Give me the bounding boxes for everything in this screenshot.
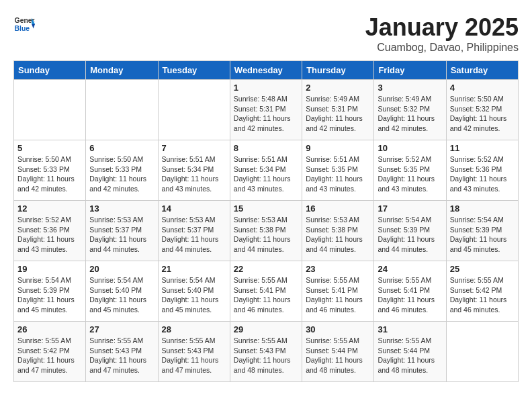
calendar-cell: 15Sunrise: 5:53 AM Sunset: 5:38 PM Dayli… xyxy=(230,201,302,261)
calendar-cell: 3Sunrise: 5:49 AM Sunset: 5:32 PM Daylig… xyxy=(374,80,446,140)
day-number: 5 xyxy=(17,143,82,153)
day-info: Sunrise: 5:53 AM Sunset: 5:38 PM Dayligh… xyxy=(234,215,298,255)
calendar-cell: 26Sunrise: 5:55 AM Sunset: 5:42 PM Dayli… xyxy=(14,322,86,382)
calendar-cell: 27Sunrise: 5:55 AM Sunset: 5:43 PM Dayli… xyxy=(86,322,158,382)
day-info: Sunrise: 5:55 AM Sunset: 5:42 PM Dayligh… xyxy=(17,336,82,375)
day-number: 7 xyxy=(162,143,226,153)
day-number: 3 xyxy=(378,83,442,93)
day-info: Sunrise: 5:52 AM Sunset: 5:36 PM Dayligh… xyxy=(450,154,515,194)
day-number: 17 xyxy=(378,203,442,214)
calendar-cell: 21Sunrise: 5:54 AM Sunset: 5:40 PM Dayli… xyxy=(158,261,230,322)
day-number: 1 xyxy=(234,83,298,93)
day-number: 9 xyxy=(306,143,370,153)
day-info: Sunrise: 5:51 AM Sunset: 5:35 PM Dayligh… xyxy=(306,154,370,194)
day-number: 14 xyxy=(162,203,226,214)
day-info: Sunrise: 5:53 AM Sunset: 5:37 PM Dayligh… xyxy=(162,215,226,255)
day-number: 20 xyxy=(89,264,154,274)
calendar-cell: 31Sunrise: 5:55 AM Sunset: 5:44 PM Dayli… xyxy=(374,322,446,382)
day-number: 21 xyxy=(162,264,226,274)
calendar-cell xyxy=(14,80,86,140)
day-number: 15 xyxy=(234,203,298,214)
day-info: Sunrise: 5:55 AM Sunset: 5:41 PM Dayligh… xyxy=(234,275,298,315)
calendar-cell: 19Sunrise: 5:54 AM Sunset: 5:39 PM Dayli… xyxy=(14,261,86,322)
day-number: 12 xyxy=(17,203,82,214)
day-number: 4 xyxy=(450,83,515,93)
calendar-cell: 12Sunrise: 5:52 AM Sunset: 5:36 PM Dayli… xyxy=(14,201,86,261)
calendar-cell: 4Sunrise: 5:50 AM Sunset: 5:32 PM Daylig… xyxy=(446,80,518,140)
calendar-cell: 29Sunrise: 5:55 AM Sunset: 5:43 PM Dayli… xyxy=(230,322,302,382)
header-day-monday: Monday xyxy=(86,61,158,80)
day-info: Sunrise: 5:55 AM Sunset: 5:43 PM Dayligh… xyxy=(234,336,298,375)
day-number: 11 xyxy=(450,143,515,153)
day-info: Sunrise: 5:50 AM Sunset: 5:32 PM Dayligh… xyxy=(450,94,515,134)
calendar-cell: 1Sunrise: 5:48 AM Sunset: 5:31 PM Daylig… xyxy=(230,80,302,140)
calendar-cell: 14Sunrise: 5:53 AM Sunset: 5:37 PM Dayli… xyxy=(158,201,230,261)
day-info: Sunrise: 5:55 AM Sunset: 5:42 PM Dayligh… xyxy=(450,275,515,315)
day-number: 8 xyxy=(234,143,298,153)
day-info: Sunrise: 5:54 AM Sunset: 5:40 PM Dayligh… xyxy=(162,275,226,315)
logo-icon: General Blue xyxy=(13,13,35,35)
day-info: Sunrise: 5:51 AM Sunset: 5:34 PM Dayligh… xyxy=(162,154,226,194)
header-day-tuesday: Tuesday xyxy=(158,61,230,80)
day-number: 29 xyxy=(234,324,298,334)
day-number: 13 xyxy=(89,203,154,214)
header-day-saturday: Saturday xyxy=(446,61,518,80)
header-day-sunday: Sunday xyxy=(14,61,86,80)
calendar-cell: 7Sunrise: 5:51 AM Sunset: 5:34 PM Daylig… xyxy=(158,140,230,201)
calendar-cell: 17Sunrise: 5:54 AM Sunset: 5:39 PM Dayli… xyxy=(374,201,446,261)
day-info: Sunrise: 5:55 AM Sunset: 5:43 PM Dayligh… xyxy=(162,336,226,375)
day-info: Sunrise: 5:52 AM Sunset: 5:35 PM Dayligh… xyxy=(378,154,442,194)
day-info: Sunrise: 5:54 AM Sunset: 5:40 PM Dayligh… xyxy=(89,275,154,315)
day-number: 30 xyxy=(306,324,370,334)
day-info: Sunrise: 5:55 AM Sunset: 5:44 PM Dayligh… xyxy=(378,336,442,375)
day-info: Sunrise: 5:52 AM Sunset: 5:36 PM Dayligh… xyxy=(17,215,82,255)
day-info: Sunrise: 5:53 AM Sunset: 5:37 PM Dayligh… xyxy=(89,215,154,255)
day-number: 24 xyxy=(378,264,442,274)
title-area: January 2025 Cuambog, Davao, Philippines xyxy=(365,13,519,54)
day-number: 31 xyxy=(378,324,442,334)
day-number: 26 xyxy=(17,324,82,334)
calendar-cell: 20Sunrise: 5:54 AM Sunset: 5:40 PM Dayli… xyxy=(86,261,158,322)
day-info: Sunrise: 5:54 AM Sunset: 5:39 PM Dayligh… xyxy=(378,215,442,255)
svg-marker-3 xyxy=(32,24,35,28)
day-info: Sunrise: 5:51 AM Sunset: 5:34 PM Dayligh… xyxy=(234,154,298,194)
day-number: 16 xyxy=(306,203,370,214)
calendar-week-row: 19Sunrise: 5:54 AM Sunset: 5:39 PM Dayli… xyxy=(14,261,519,322)
day-info: Sunrise: 5:54 AM Sunset: 5:39 PM Dayligh… xyxy=(17,275,82,315)
calendar-cell: 11Sunrise: 5:52 AM Sunset: 5:36 PM Dayli… xyxy=(446,140,518,201)
calendar-cell: 2Sunrise: 5:49 AM Sunset: 5:31 PM Daylig… xyxy=(302,80,374,140)
logo: General Blue xyxy=(13,13,35,35)
day-info: Sunrise: 5:48 AM Sunset: 5:31 PM Dayligh… xyxy=(234,94,298,134)
day-info: Sunrise: 5:53 AM Sunset: 5:38 PM Dayligh… xyxy=(306,215,370,255)
calendar-cell: 22Sunrise: 5:55 AM Sunset: 5:41 PM Dayli… xyxy=(230,261,302,322)
calendar-cell: 28Sunrise: 5:55 AM Sunset: 5:43 PM Dayli… xyxy=(158,322,230,382)
calendar-cell: 8Sunrise: 5:51 AM Sunset: 5:34 PM Daylig… xyxy=(230,140,302,201)
day-number: 6 xyxy=(89,143,154,153)
calendar-cell: 30Sunrise: 5:55 AM Sunset: 5:44 PM Dayli… xyxy=(302,322,374,382)
svg-text:Blue: Blue xyxy=(15,25,30,32)
day-number: 22 xyxy=(234,264,298,274)
day-number: 2 xyxy=(306,83,370,93)
calendar-week-row: 12Sunrise: 5:52 AM Sunset: 5:36 PM Dayli… xyxy=(14,201,519,261)
header-day-wednesday: Wednesday xyxy=(230,61,302,80)
calendar-week-row: 5Sunrise: 5:50 AM Sunset: 5:33 PM Daylig… xyxy=(14,140,519,201)
day-number: 19 xyxy=(17,264,82,274)
day-number: 25 xyxy=(450,264,515,274)
header-day-friday: Friday xyxy=(374,61,446,80)
day-info: Sunrise: 5:55 AM Sunset: 5:41 PM Dayligh… xyxy=(306,275,370,315)
calendar-body: 1Sunrise: 5:48 AM Sunset: 5:31 PM Daylig… xyxy=(14,80,519,382)
day-info: Sunrise: 5:55 AM Sunset: 5:43 PM Dayligh… xyxy=(89,336,154,375)
calendar-cell xyxy=(86,80,158,140)
calendar-cell: 18Sunrise: 5:54 AM Sunset: 5:39 PM Dayli… xyxy=(446,201,518,261)
page-header: General Blue January 2025 Cuambog, Davao… xyxy=(13,13,519,54)
month-title: January 2025 xyxy=(365,13,519,42)
day-info: Sunrise: 5:49 AM Sunset: 5:31 PM Dayligh… xyxy=(306,94,370,134)
day-info: Sunrise: 5:50 AM Sunset: 5:33 PM Dayligh… xyxy=(17,154,82,194)
day-number: 18 xyxy=(450,203,515,214)
calendar-cell: 23Sunrise: 5:55 AM Sunset: 5:41 PM Dayli… xyxy=(302,261,374,322)
calendar-cell xyxy=(446,322,518,382)
calendar-week-row: 1Sunrise: 5:48 AM Sunset: 5:31 PM Daylig… xyxy=(14,80,519,140)
day-number: 10 xyxy=(378,143,442,153)
day-info: Sunrise: 5:49 AM Sunset: 5:32 PM Dayligh… xyxy=(378,94,442,134)
calendar-cell: 6Sunrise: 5:50 AM Sunset: 5:33 PM Daylig… xyxy=(86,140,158,201)
